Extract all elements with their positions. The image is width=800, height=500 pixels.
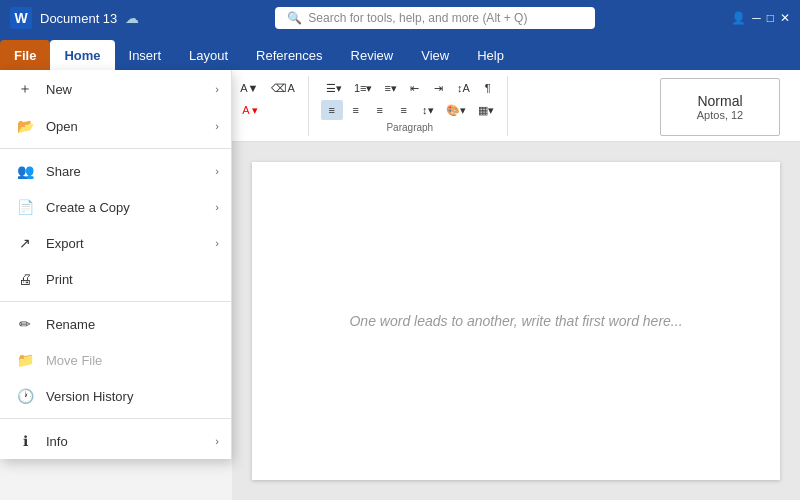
version-history-label: Version History bbox=[46, 389, 133, 404]
font-color-btn[interactable]: A ▾ bbox=[237, 100, 263, 120]
move-file-icon: 📁 bbox=[16, 352, 34, 368]
clear-format-btn[interactable]: ⌫A bbox=[266, 78, 299, 98]
menu-item-version-history[interactable]: 🕐 Version History bbox=[0, 378, 231, 414]
paragraph-label: Paragraph bbox=[386, 122, 433, 133]
tab-file[interactable]: File bbox=[0, 40, 50, 70]
tab-layout[interactable]: Layout bbox=[175, 40, 242, 70]
numbering-btn[interactable]: 1≡▾ bbox=[349, 78, 378, 98]
export-label: Export bbox=[46, 236, 84, 251]
tab-review[interactable]: Review bbox=[337, 40, 408, 70]
tab-insert[interactable]: Insert bbox=[115, 40, 176, 70]
document-title: Document 13 bbox=[40, 11, 117, 26]
open-icon: 📂 bbox=[16, 118, 34, 134]
menu-item-info[interactable]: ℹ Info › bbox=[0, 423, 231, 459]
tab-help[interactable]: Help bbox=[463, 40, 518, 70]
title-bar-left: W Document 13 ☁ bbox=[10, 7, 139, 29]
borders-btn[interactable]: ▦▾ bbox=[473, 100, 499, 120]
search-box[interactable]: 🔍 Search for tools, help, and more (Alt … bbox=[275, 7, 595, 29]
autosave-cloud-icon: ☁ bbox=[125, 10, 139, 26]
bullets-btn[interactable]: ☰▾ bbox=[321, 78, 347, 98]
paragraph-group: ☰▾ 1≡▾ ≡▾ ⇤ ⇥ ↕A ¶ ≡ ≡ ≡ ≡ ↕▾ 🎨▾ ▦▾ Para… bbox=[313, 76, 508, 136]
new-chevron: › bbox=[215, 83, 219, 95]
menu-item-export[interactable]: ↗ Export › bbox=[0, 225, 231, 261]
menu-item-move-file: 📁 Move File bbox=[0, 342, 231, 378]
file-menu: ＋ New › 📂 Open › 👥 Share › 📄 Create a Co… bbox=[0, 70, 232, 459]
ribbon-tabs: File Home Insert Layout References Revie… bbox=[0, 36, 800, 70]
style-name: Normal bbox=[697, 93, 742, 109]
decrease-font-btn[interactable]: A▼ bbox=[235, 78, 263, 98]
print-label: Print bbox=[46, 272, 73, 287]
rename-icon: ✏ bbox=[16, 316, 34, 332]
increase-indent-btn[interactable]: ⇥ bbox=[428, 78, 450, 98]
align-right-btn[interactable]: ≡ bbox=[369, 100, 391, 120]
menu-item-share[interactable]: 👥 Share › bbox=[0, 153, 231, 189]
maximize-icon[interactable]: □ bbox=[767, 11, 774, 25]
rename-label: Rename bbox=[46, 317, 95, 332]
show-marks-btn[interactable]: ¶ bbox=[477, 78, 499, 98]
document-area: One word leads to another, write that fi… bbox=[232, 142, 800, 500]
info-label: Info bbox=[46, 434, 68, 449]
menu-item-open[interactable]: 📂 Open › bbox=[0, 108, 231, 144]
multilevel-btn[interactable]: ≡▾ bbox=[379, 78, 401, 98]
divider-3 bbox=[0, 418, 231, 419]
search-area: 🔍 Search for tools, help, and more (Alt … bbox=[139, 7, 731, 29]
align-left-btn[interactable]: ≡ bbox=[321, 100, 343, 120]
move-file-label: Move File bbox=[46, 353, 102, 368]
document-page[interactable]: One word leads to another, write that fi… bbox=[252, 162, 780, 480]
share-chevron: › bbox=[215, 165, 219, 177]
new-label: New bbox=[46, 82, 72, 97]
align-center-btn[interactable]: ≡ bbox=[345, 100, 367, 120]
style-preview[interactable]: Normal Aptos, 12 bbox=[660, 78, 780, 136]
sort-btn[interactable]: ↕A bbox=[452, 78, 475, 98]
share-icon: 👥 bbox=[16, 163, 34, 179]
paragraph-color-btn[interactable]: 🎨▾ bbox=[441, 100, 471, 120]
version-history-icon: 🕐 bbox=[16, 388, 34, 404]
tab-view[interactable]: View bbox=[407, 40, 463, 70]
export-chevron: › bbox=[215, 237, 219, 249]
info-chevron: › bbox=[215, 435, 219, 447]
create-copy-icon: 📄 bbox=[16, 199, 34, 215]
title-bar-right: 👤 ─ □ ✕ bbox=[731, 11, 790, 25]
document-placeholder: One word leads to another, write that fi… bbox=[349, 313, 682, 329]
close-icon[interactable]: ✕ bbox=[780, 11, 790, 25]
search-placeholder: Search for tools, help, and more (Alt + … bbox=[308, 11, 527, 25]
word-icon: W bbox=[10, 7, 32, 29]
menu-item-new[interactable]: ＋ New › bbox=[0, 70, 231, 108]
minimize-icon[interactable]: ─ bbox=[752, 11, 761, 25]
search-icon: 🔍 bbox=[287, 11, 302, 25]
justify-btn[interactable]: ≡ bbox=[393, 100, 415, 120]
menu-item-rename[interactable]: ✏ Rename bbox=[0, 306, 231, 342]
divider-2 bbox=[0, 301, 231, 302]
user-icon: 👤 bbox=[731, 11, 746, 25]
tab-references[interactable]: References bbox=[242, 40, 336, 70]
info-icon: ℹ bbox=[16, 433, 34, 449]
style-detail: Aptos, 12 bbox=[697, 109, 743, 121]
divider-1 bbox=[0, 148, 231, 149]
export-icon: ↗ bbox=[16, 235, 34, 251]
new-icon: ＋ bbox=[16, 80, 34, 98]
create-copy-label: Create a Copy bbox=[46, 200, 130, 215]
line-spacing-btn[interactable]: ↕▾ bbox=[417, 100, 439, 120]
title-bar: W Document 13 ☁ 🔍 Search for tools, help… bbox=[0, 0, 800, 36]
open-label: Open bbox=[46, 119, 78, 134]
print-icon: 🖨 bbox=[16, 271, 34, 287]
decrease-indent-btn[interactable]: ⇤ bbox=[404, 78, 426, 98]
tab-home[interactable]: Home bbox=[50, 40, 114, 70]
open-chevron: › bbox=[215, 120, 219, 132]
menu-item-print[interactable]: 🖨 Print bbox=[0, 261, 231, 297]
menu-item-create-copy[interactable]: 📄 Create a Copy › bbox=[0, 189, 231, 225]
create-copy-chevron: › bbox=[215, 201, 219, 213]
share-label: Share bbox=[46, 164, 81, 179]
